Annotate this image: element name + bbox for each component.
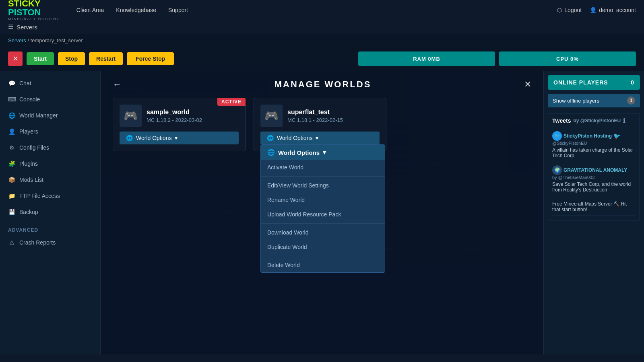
- nav-client-area[interactable]: Client Area: [76, 7, 104, 13]
- start-button[interactable]: Start: [27, 52, 54, 65]
- offline-count-badge: 1: [627, 97, 635, 105]
- sidebar-item-plugins[interactable]: 🧩 Plugins: [0, 156, 100, 172]
- main-layout: 💬 Chat ⌨ Console 🌐 World Manager 👤 Playe…: [0, 71, 644, 354]
- tweet-text-0: A villain has taken charge of the Solar …: [552, 147, 636, 158]
- online-count: 0: [631, 79, 634, 86]
- delete-world-item[interactable]: Delete World: [261, 258, 385, 272]
- online-players-title: ONLINE PLAYERS: [553, 79, 608, 86]
- tweet-text-2: Free Minecraft Maps Server 🔨 Hit that st…: [552, 201, 636, 212]
- nav-links: Client Area Knowledgebase Support: [76, 7, 557, 13]
- world-card-header-superflat: 🎮 superflat_test MC 1.18.1 - 2022-02-15: [260, 105, 380, 127]
- dropdown-header: 🌐 World Options ▾: [261, 145, 385, 160]
- globe-icon-dropdown: 🌐: [267, 149, 275, 156]
- cpu-bar: CPU 0%: [499, 51, 636, 66]
- edit-world-settings-item[interactable]: Edit/View World Settings: [261, 178, 385, 193]
- tweet-item-2: Free Minecraft Maps Server 🔨 Hit that st…: [552, 196, 636, 216]
- sidebar-item-config-files[interactable]: ⚙ Config Files: [0, 140, 100, 156]
- world-options-dropdown: 🌐 World Options ▾ Activate World Edit/Vi…: [260, 144, 385, 273]
- breadcrumb: Servers / temporary_test_server: [0, 34, 644, 47]
- world-options-btn-superflat[interactable]: 🌐 World Options ▾: [260, 132, 380, 144]
- chevron-icon-superflat: ▾: [316, 135, 318, 141]
- worlds-grid: ACTIVE 🎮 sample_world MC 1.18.2 - 2022-0…: [113, 98, 531, 151]
- world-meta-superflat: MC 1.18.1 - 2022-02-15: [287, 117, 343, 123]
- nav-knowledgebase[interactable]: Knowledgebase: [116, 7, 156, 13]
- world-manager-icon: 🌐: [8, 112, 15, 119]
- chevron-icon-sample: ▾: [175, 135, 178, 141]
- user-icon: 👤: [590, 7, 597, 13]
- advanced-section-label: Advanced: [0, 223, 100, 234]
- tweet-author-0: 🐦 StickyPiston Hosting 🐦: [552, 131, 636, 141]
- chevron-icon-dropdown: ▾: [323, 149, 326, 156]
- sidebar-item-backup[interactable]: 💾 Backup: [0, 204, 100, 220]
- config-icon: ⚙: [8, 144, 15, 151]
- show-offline-players-btn[interactable]: Show offline players 1: [548, 94, 640, 107]
- twitter-avatar-1: 🌍: [552, 165, 562, 175]
- activate-world-item[interactable]: Activate World: [261, 160, 385, 175]
- logo-piston: PISTON: [8, 7, 41, 17]
- force-stop-button[interactable]: Force Stop: [127, 52, 174, 65]
- backup-icon: 💾: [8, 209, 15, 215]
- manage-worlds-overlay: ← MANAGE WORLDS ✕ ACTIVE 🎮 sample_world …: [101, 71, 543, 354]
- nav-support[interactable]: Support: [168, 7, 188, 13]
- sidebar-item-crash-reports[interactable]: ⚠ Crash Reports: [0, 234, 100, 251]
- dropdown-divider-2: [261, 223, 385, 224]
- rename-world-item[interactable]: Rename World: [261, 193, 385, 207]
- upload-resource-pack-item[interactable]: Upload World Resource Pack: [261, 207, 385, 222]
- world-meta-sample: MC 1.18.2 - 2022-03-02: [147, 117, 202, 123]
- chat-icon: 💬: [8, 80, 15, 86]
- sidebar-item-world-manager[interactable]: 🌐 World Manager: [0, 107, 100, 123]
- close-button[interactable]: ✕: [8, 51, 23, 66]
- close-manage-worlds-button[interactable]: ✕: [524, 79, 531, 90]
- world-options-btn-sample[interactable]: 🌐 World Options ▾: [120, 132, 239, 144]
- sidebar-item-chat[interactable]: 💬 Chat: [0, 75, 100, 91]
- download-world-item[interactable]: Download World: [261, 225, 385, 240]
- world-card-header-sample: 🎮 sample_world MC 1.18.2 - 2022-03-02: [120, 105, 239, 127]
- servers-menu[interactable]: ☰ Servers: [8, 23, 37, 31]
- tweet-handle-1: by @TheblueMan003: [552, 175, 636, 180]
- ram-bar: RAM 0MB: [358, 51, 495, 66]
- ftp-icon: 📁: [8, 193, 15, 199]
- sidebar-item-mods-list[interactable]: 📦 Mods List: [0, 172, 100, 188]
- logout-icon: ⬡: [557, 7, 562, 13]
- players-icon: 👤: [8, 128, 15, 135]
- logout-button[interactable]: ⬡ Logout: [557, 7, 582, 13]
- duplicate-world-item[interactable]: Duplicate World: [261, 240, 385, 254]
- right-panel: ONLINE PLAYERS 0 Show offline players 1 …: [543, 71, 644, 354]
- dropdown-divider-3: [261, 256, 385, 256]
- server-controls-bar: ✕ Start Stop Restart Force Stop RAM 0MB …: [0, 47, 644, 71]
- restart-button[interactable]: Restart: [89, 52, 123, 65]
- sidebar-item-ftp[interactable]: 📁 FTP File Access: [0, 188, 100, 204]
- stop-button[interactable]: Stop: [58, 52, 85, 65]
- active-badge: ACTIVE: [217, 98, 246, 106]
- server-navigation: ☰ Servers: [0, 20, 644, 34]
- sidebar: 💬 Chat ⌨ Console 🌐 World Manager 👤 Playe…: [0, 71, 101, 354]
- online-players-header: ONLINE PLAYERS 0: [548, 75, 640, 90]
- logo: STICKY PISTON MINECRAFT HOSTING: [8, 0, 60, 21]
- world-icon-superflat: 🎮: [260, 105, 283, 127]
- tweets-header: Tweets by @StickyPistonEU ℹ: [552, 117, 636, 124]
- logo-subtitle: MINECRAFT HOSTING: [8, 17, 60, 21]
- tweets-title: Tweets: [552, 117, 571, 124]
- sidebar-item-console[interactable]: ⌨ Console: [0, 91, 100, 107]
- nav-right: ⬡ Logout 👤 demo_account: [557, 7, 636, 13]
- tweets-section: Tweets by @StickyPistonEU ℹ 🐦 StickyPist…: [548, 113, 640, 220]
- globe-icon-superflat: 🌐: [267, 135, 274, 141]
- resource-bars: RAM 0MB CPU 0%: [178, 51, 636, 66]
- manage-worlds-header: ← MANAGE WORLDS ✕: [113, 79, 531, 90]
- world-name-superflat: superflat_test: [287, 109, 343, 116]
- breadcrumb-root[interactable]: Servers: [8, 37, 26, 43]
- world-info-sample: sample_world MC 1.18.2 - 2022-03-02: [147, 109, 202, 123]
- tweet-text-1: Save Solar Tech Corp, and the world from…: [552, 181, 636, 193]
- tweet-author-1: 🌍 GRAVITATIONAL ANOMALY: [552, 165, 636, 175]
- crash-icon: ⚠: [8, 239, 15, 246]
- world-options-dropdown-container: 🌐 World Options ▾ 🌐 World Options ▾ Acti…: [260, 132, 380, 144]
- user-account[interactable]: 👤 demo_account: [590, 7, 636, 13]
- sidebar-item-players[interactable]: 👤 Players: [0, 123, 100, 140]
- breadcrumb-current: temporary_test_server: [31, 37, 83, 43]
- plugins-icon: 🧩: [8, 160, 15, 167]
- main-content: My Servers 7 - temporary_t... TEMPO Serv…: [101, 71, 543, 354]
- twitter-icon-0: 🐦: [613, 133, 620, 139]
- tweet-item-0: 🐦 StickyPiston Hosting 🐦 @StickyPistonEU…: [552, 128, 636, 162]
- mods-icon: 📦: [8, 177, 15, 183]
- back-button[interactable]: ←: [113, 79, 122, 90]
